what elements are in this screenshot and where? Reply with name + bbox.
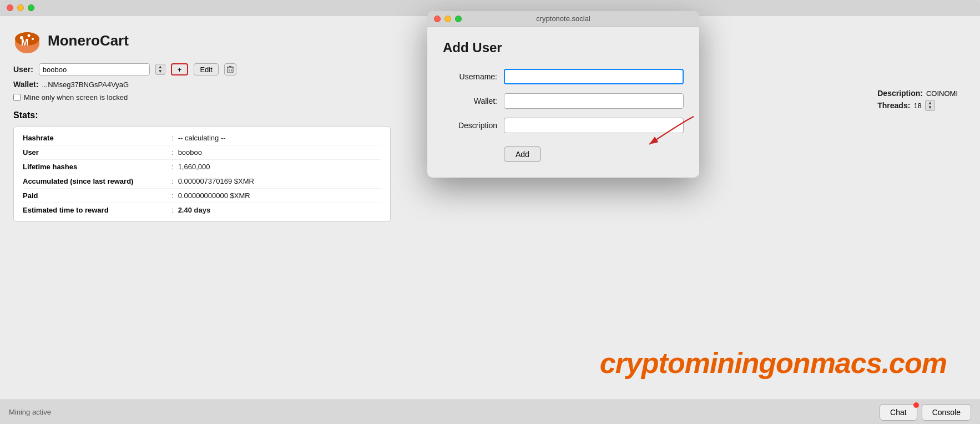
stat-key: Accumulated (since last reward) [23,177,167,185]
modal-title: cryptonote.social [536,14,590,23]
modal-add-button[interactable]: Add [504,147,541,162]
right-desc-label: Description: [877,89,923,98]
mine-lock-checkbox[interactable] [13,94,21,101]
modal-title-bar: cryptonote.social [427,11,699,27]
watermark: cryptominingonmacs.com [600,346,947,380]
modal-username-label: Username: [443,72,504,81]
bottom-right: Chat Console [880,404,971,421]
right-threads-value: 18 [913,102,921,110]
stats-row: Accumulated (since last reward) : 0.0000… [23,174,381,189]
stat-value: 0.000007370169 $XMR [178,177,254,185]
modal-close-button[interactable] [434,16,441,22]
modal-desc-input[interactable] [504,118,684,133]
right-threads-label: Threads: [877,101,910,110]
maximize-button[interactable] [28,4,34,11]
delete-button[interactable] [224,63,236,75]
edit-button[interactable]: Edit [194,63,218,75]
modal-wallet-label: Wallet: [443,97,504,105]
right-desc-value: COINOMI [926,89,958,98]
svg-point-4 [28,34,31,37]
right-desc-row: Description: COINOMI [877,89,958,98]
stat-key: User [23,148,167,157]
app-title: MoneroCart [48,32,129,49]
modal-desc-label: Description [443,121,504,130]
mine-lock-label: Mine only when screen is locked [24,93,128,102]
stat-value: -- calculating -- [178,134,226,142]
modal-minimize-button[interactable] [444,16,451,22]
stat-sep: : [171,163,174,171]
modal-username-row: Username: [443,69,684,84]
stats-table: Hashrate : -- calculating -- User : boob… [13,126,391,222]
modal-heading: Add User [443,40,684,55]
modal-wallet-row: Wallet: [443,93,684,109]
stat-value: 1,660,000 [178,163,210,171]
stat-key: Estimated time to reward [23,206,167,214]
stats-row: User : booboo [23,145,381,160]
wallet-value: ...NMseg37BNGsPA4VyaG [42,80,129,89]
threads-stepper[interactable]: ▲ ▼ [925,100,935,111]
modal-maximize-button[interactable] [455,16,462,22]
stat-sep: : [171,148,174,157]
stat-sep: : [171,177,174,185]
stat-key: Hashrate [23,134,167,142]
stat-value: 0.00000000000 $XMR [178,191,250,200]
stats-row: Hashrate : -- calculating -- [23,131,381,145]
wallet-label: Wallet: [13,80,38,89]
chat-button[interactable]: Chat [880,404,917,421]
add-user-button[interactable]: + [171,63,189,75]
modal-username-input[interactable] [504,69,684,84]
bottom-bar: Mining active Chat Console [0,400,980,424]
modal-wallet-input[interactable] [504,93,684,109]
user-stepper[interactable]: ▲ ▼ [155,64,165,75]
right-threads-row: Threads: 18 ▲ ▼ [877,100,958,111]
traffic-lights [7,4,34,11]
right-info: Description: COINOMI Threads: 18 ▲ ▼ [877,89,958,111]
svg-rect-7 [228,67,233,73]
modal-body: Add User Username: Wallet: Description A… [427,27,699,178]
modal-traffic-lights [434,16,462,22]
stat-value: booboo [178,148,202,157]
minimize-button[interactable] [17,4,24,11]
stat-sep: : [171,191,174,200]
console-button[interactable]: Console [922,404,971,421]
modal-desc-row: Description [443,118,684,133]
main-window: cryptonote.social M Monero [0,0,980,424]
stat-key: Lifetime hashes [23,163,167,171]
close-button[interactable] [7,4,13,11]
chat-notification-dot [913,402,919,408]
svg-text:M: M [21,38,28,47]
stat-key: Paid [23,191,167,200]
stats-row: Estimated time to reward : 2.40 days [23,203,381,217]
user-input[interactable] [39,63,150,75]
stats-row: Paid : 0.00000000000 $XMR [23,189,381,203]
stat-value: 2.40 days [178,206,211,214]
app-logo: M [13,27,41,54]
chat-label: Chat [890,408,907,417]
mining-status: Mining active [9,408,51,416]
modal-dialog: cryptonote.social Add User Username: Wal… [427,11,699,178]
stats-row: Lifetime hashes : 1,660,000 [23,160,381,174]
user-label: User: [13,65,33,74]
stat-sep: : [171,206,174,214]
stat-sep: : [171,134,174,142]
svg-point-5 [32,38,34,40]
